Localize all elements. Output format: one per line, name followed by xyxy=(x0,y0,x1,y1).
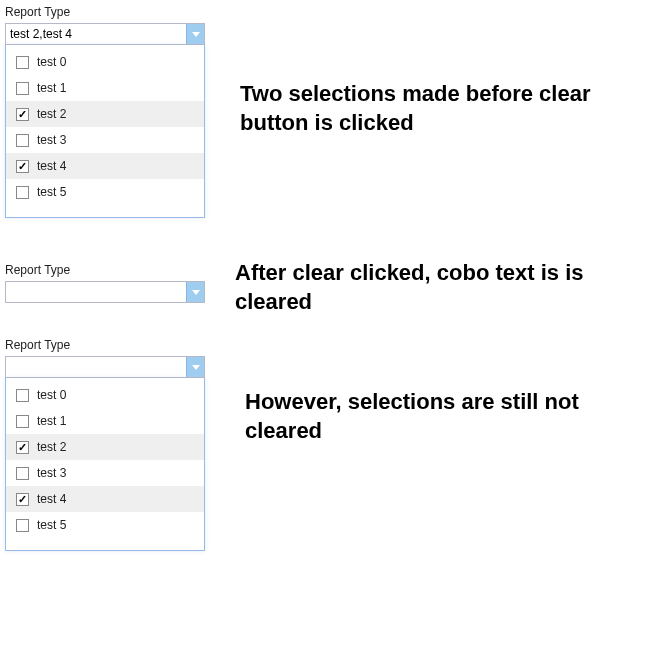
combo-dropdown: test 0test 1test 2test 3test 4test 5 xyxy=(5,45,205,218)
chevron-down-icon xyxy=(192,290,200,295)
svg-marker-2 xyxy=(192,365,200,370)
panel-2: Report Type After clear clicked, cobo te… xyxy=(5,263,666,303)
option-label: test 4 xyxy=(37,159,66,173)
combo-input[interactable] xyxy=(6,357,186,377)
option-label: test 0 xyxy=(37,388,66,402)
option-label: test 0 xyxy=(37,55,66,69)
option-label: test 3 xyxy=(37,466,66,480)
checkbox-icon[interactable] xyxy=(16,134,29,147)
checkbox-icon[interactable] xyxy=(16,493,29,506)
combo-option[interactable]: test 2 xyxy=(6,101,204,127)
panel-3: Report Type test 0test 1test 2test 3test… xyxy=(5,338,666,551)
checkbox-icon[interactable] xyxy=(16,441,29,454)
combo-option[interactable]: test 4 xyxy=(6,153,204,179)
combo-option[interactable]: test 5 xyxy=(6,179,204,205)
combo-option[interactable]: test 1 xyxy=(6,408,204,434)
option-label: test 4 xyxy=(37,492,66,506)
option-label: test 2 xyxy=(37,107,66,121)
option-label: test 2 xyxy=(37,440,66,454)
option-label: test 5 xyxy=(37,518,66,532)
checkbox-icon[interactable] xyxy=(16,519,29,532)
option-label: test 5 xyxy=(37,185,66,199)
checkbox-icon[interactable] xyxy=(16,186,29,199)
report-type-combo[interactable] xyxy=(5,356,205,378)
annotation-text: However, selections are still not cleare… xyxy=(245,388,645,445)
annotation-text: After clear clicked, cobo text is is cle… xyxy=(235,259,665,316)
chevron-down-icon xyxy=(192,32,200,37)
combo-trigger[interactable] xyxy=(186,24,204,44)
checkbox-icon[interactable] xyxy=(16,56,29,69)
combo-trigger[interactable] xyxy=(186,282,204,302)
option-label: test 3 xyxy=(37,133,66,147)
combo-input[interactable] xyxy=(6,24,186,44)
option-label: test 1 xyxy=(37,81,66,95)
report-type-combo[interactable] xyxy=(5,281,205,303)
field-label: Report Type xyxy=(5,338,666,352)
combo-option[interactable]: test 0 xyxy=(6,382,204,408)
svg-marker-0 xyxy=(192,32,200,37)
chevron-down-icon xyxy=(192,365,200,370)
checkbox-icon[interactable] xyxy=(16,415,29,428)
combo-option[interactable]: test 1 xyxy=(6,75,204,101)
combo-dropdown: test 0test 1test 2test 3test 4test 5 xyxy=(5,378,205,551)
annotation-text: Two selections made before clear button … xyxy=(240,80,640,137)
report-type-combo[interactable] xyxy=(5,23,205,45)
option-label: test 1 xyxy=(37,414,66,428)
combo-option[interactable]: test 3 xyxy=(6,460,204,486)
combo-option[interactable]: test 0 xyxy=(6,49,204,75)
checkbox-icon[interactable] xyxy=(16,160,29,173)
combo-trigger[interactable] xyxy=(186,357,204,377)
combo-option[interactable]: test 5 xyxy=(6,512,204,538)
panel-1: Report Type test 0test 1test 2test 3test… xyxy=(5,5,666,218)
checkbox-icon[interactable] xyxy=(16,467,29,480)
checkbox-icon[interactable] xyxy=(16,108,29,121)
checkbox-icon[interactable] xyxy=(16,82,29,95)
field-label: Report Type xyxy=(5,5,666,19)
combo-option[interactable]: test 2 xyxy=(6,434,204,460)
combo-input[interactable] xyxy=(6,282,186,302)
combo-option[interactable]: test 4 xyxy=(6,486,204,512)
svg-marker-1 xyxy=(192,290,200,295)
checkbox-icon[interactable] xyxy=(16,389,29,402)
combo-option[interactable]: test 3 xyxy=(6,127,204,153)
